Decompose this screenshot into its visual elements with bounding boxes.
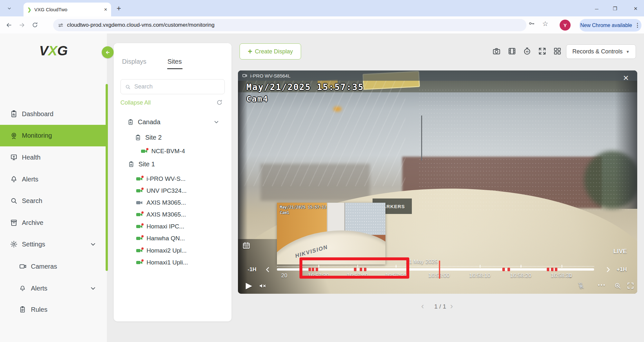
refresh-icon[interactable]: [216, 99, 223, 106]
expand-fullscreen-icon[interactable]: [538, 47, 547, 56]
tree-node-camera[interactable]: UNV IPC324...: [114, 185, 232, 197]
sidebar-item-cameras[interactable]: Cameras: [0, 258, 107, 275]
tree-node-label: Canada: [138, 118, 160, 126]
sidebar-item-alerts-settings[interactable]: Alerts: [0, 280, 107, 297]
sidebar-item-label: Settings: [22, 241, 45, 248]
tree-node-camera[interactable]: AXIS M3065...: [114, 197, 232, 208]
sidebar-item-faces[interactable]: Faces: [0, 323, 107, 324]
window-minimize-button[interactable]: ─: [591, 5, 602, 13]
tree-node-label: Homaxi1 Upli...: [147, 259, 188, 266]
close-player-icon[interactable]: ×: [623, 73, 629, 83]
video-camera-icon: [242, 73, 248, 79]
gear-icon: [10, 240, 18, 248]
window-maximize-button[interactable]: ❐: [610, 5, 620, 13]
timeline-playhead[interactable]: [439, 261, 440, 279]
page-prev-icon[interactable]: ‹: [421, 301, 424, 311]
sidebar-item-search[interactable]: Search: [0, 192, 107, 209]
tree-node-camera[interactable]: Hanwha QN...: [114, 233, 232, 244]
tree-node-label: Site 1: [138, 161, 155, 168]
tree-node-camera[interactable]: i-PRO WV-S...: [114, 173, 232, 185]
chevron-down-icon[interactable]: [89, 240, 97, 248]
sidebar-item-settings[interactable]: Settings: [0, 236, 107, 253]
timeline-tick-label: 1: [568, 273, 571, 279]
sidebar-item-rules[interactable]: Rules: [0, 301, 107, 318]
tab-sites[interactable]: Sites: [167, 58, 182, 65]
timeline-next-icon[interactable]: [604, 265, 612, 274]
tree-node-camera[interactable]: Homaxi1 Upli...: [114, 257, 232, 268]
site-controls-icon[interactable]: [58, 22, 64, 28]
address-bar[interactable]: cloudtwo-prod.vxgdemo.cloud-vms.com/cust…: [53, 19, 526, 31]
play-button[interactable]: ▶: [246, 281, 252, 291]
reload-button[interactable]: [28, 19, 41, 32]
tab-close-icon[interactable]: ×: [104, 6, 107, 13]
sidebar-scroll-indicator[interactable]: [106, 84, 108, 271]
create-display-button[interactable]: + Create Display: [240, 43, 301, 60]
video-player[interactable]: PARKERS i-PRO WV-S8564L May/21/2025 15:5…: [238, 70, 637, 294]
timer-icon[interactable]: 45: [523, 47, 532, 56]
chevron-down-icon[interactable]: [213, 118, 220, 126]
fullscreen-icon[interactable]: [626, 282, 635, 290]
snapshot-camera-icon[interactable]: [492, 47, 501, 56]
tree-node-camera[interactable]: Homaxi2 Upl...: [114, 245, 232, 256]
timeline-tick: [480, 265, 480, 268]
sidebar-nav: Dashboard Monitoring Health Alerts Searc…: [0, 69, 107, 324]
tree-search-box[interactable]: [120, 79, 225, 94]
volume-muted-icon[interactable]: [258, 282, 267, 290]
browser-menu-icon[interactable]: ⋮: [635, 22, 640, 29]
tab-search-chevron-icon[interactable]: [5, 4, 14, 13]
recording-event-marker: [555, 268, 557, 271]
records-controls-label: Records & Controls: [573, 48, 623, 55]
vxg-favicon: ❯: [27, 7, 32, 13]
records-controls-dropdown[interactable]: Records & Controls ▼: [566, 44, 636, 59]
tree-node-site2[interactable]: Site 2: [114, 132, 232, 143]
tree-node-camera[interactable]: Homaxi IPC...: [114, 221, 232, 232]
create-display-label: Create Display: [255, 48, 293, 55]
sidebar-item-label: Archive: [22, 219, 43, 226]
more-options-icon[interactable]: •••: [598, 282, 606, 288]
sidebar-item-archive[interactable]: Archive: [0, 214, 107, 231]
tree-node-label: Homaxi IPC...: [147, 223, 184, 230]
tree-node-camera[interactable]: NCE-BVM-4: [114, 145, 232, 157]
active-tab-underline: [167, 68, 183, 69]
tree-node-label: i-PRO WV-S...: [147, 175, 185, 182]
search-input[interactable]: [134, 83, 212, 90]
timeline-tick-label: 20: [281, 273, 287, 279]
tab-displays[interactable]: Displays: [122, 58, 147, 65]
timeline-back-1h-button[interactable]: -1H: [248, 266, 256, 273]
zoom-in-icon[interactable]: [613, 282, 622, 290]
timeline-tick: [521, 265, 521, 268]
sidebar-item-dashboard[interactable]: Dashboard: [0, 105, 107, 123]
sidebar-item-health[interactable]: Health: [0, 149, 107, 166]
page-next-icon[interactable]: ›: [450, 301, 453, 311]
sidebar-item-label: Dashboard: [22, 110, 53, 118]
tree-node-canada[interactable]: Canada: [114, 116, 232, 128]
layout-grid-icon[interactable]: [553, 47, 562, 56]
chrome-update-label: New Chrome available: [580, 23, 632, 28]
window-close-button[interactable]: ✕: [630, 5, 641, 13]
new-tab-button[interactable]: +: [117, 5, 121, 12]
password-key-icon[interactable]: [528, 20, 535, 27]
timeline-prev-icon[interactable]: [264, 265, 272, 274]
tree-node-camera[interactable]: AXIS M3065...: [114, 209, 232, 220]
forward-button[interactable]: [15, 19, 28, 32]
sidebar-collapse-button[interactable]: [102, 46, 114, 58]
site-icon: [128, 161, 135, 168]
timeline-forward-1h-button[interactable]: +1H: [617, 266, 627, 273]
bell-icon: [19, 284, 27, 292]
collapse-all-link[interactable]: Collapse All: [120, 99, 151, 106]
microphone-off-icon[interactable]: [577, 282, 585, 290]
calendar-icon[interactable]: [242, 241, 251, 250]
film-clip-icon[interactable]: [507, 47, 516, 56]
camera-online-icon: [136, 188, 143, 193]
recording-event-marker: [502, 268, 505, 271]
chevron-down-icon[interactable]: [89, 284, 97, 292]
back-button[interactable]: [3, 19, 15, 32]
browser-tab[interactable]: ❯ VXG CloudTwo ×: [24, 3, 111, 16]
chrome-update-button[interactable]: New Chrome available ⋮: [579, 19, 641, 32]
tree-node-site1[interactable]: Site 1: [114, 158, 232, 170]
bookmark-star-icon[interactable]: ☆: [542, 20, 548, 28]
sidebar-item-monitoring[interactable]: Monitoring: [0, 125, 107, 146]
profile-avatar[interactable]: Y: [560, 20, 571, 31]
camera-online-icon: [136, 212, 143, 217]
sidebar-item-alerts[interactable]: Alerts: [0, 171, 107, 188]
